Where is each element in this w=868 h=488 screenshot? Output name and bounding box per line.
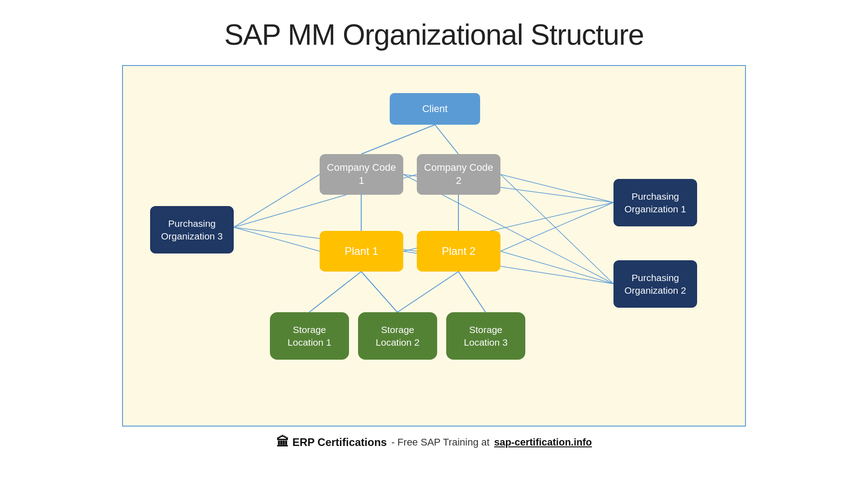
svg-line-13 xyxy=(500,174,613,202)
node-plant-2: Plant 2 xyxy=(417,231,500,272)
svg-line-7 xyxy=(458,272,486,312)
lighthouse-icon: 🏛 xyxy=(276,435,289,450)
page-title: SAP MM Organizational Structure xyxy=(224,18,644,52)
diagram-container: Client Company Code 1 Company Code 2 Pla… xyxy=(122,65,746,427)
svg-line-6 xyxy=(397,272,458,312)
node-company-code-1: Company Code 1 xyxy=(320,154,403,195)
node-purchasing-org-1: Purchasing Organization 1 xyxy=(613,179,697,226)
node-purchasing-org-3: Purchasing Organization 3 xyxy=(150,206,234,253)
svg-line-0 xyxy=(361,125,435,154)
node-plant-1: Plant 1 xyxy=(320,231,403,272)
node-storage-location-1: Storage Location 1 xyxy=(270,312,349,360)
brand: 🏛 ERP Certifications xyxy=(276,435,387,450)
svg-line-4 xyxy=(309,272,361,312)
svg-line-17 xyxy=(500,174,613,284)
svg-line-1 xyxy=(435,125,458,154)
svg-line-15 xyxy=(500,202,613,251)
footer-link[interactable]: sap-certification.info xyxy=(494,436,592,448)
node-storage-location-3: Storage Location 3 xyxy=(446,312,525,360)
svg-line-10 xyxy=(234,227,320,251)
node-storage-location-2: Storage Location 2 xyxy=(358,312,437,360)
footer: 🏛 ERP Certifications - Free SAP Training… xyxy=(276,435,592,450)
node-purchasing-org-2: Purchasing Organization 2 xyxy=(613,260,697,308)
svg-line-5 xyxy=(361,272,397,312)
svg-line-19 xyxy=(500,251,613,284)
node-company-code-2: Company Code 2 xyxy=(417,154,500,195)
svg-line-8 xyxy=(234,174,320,227)
node-client: Client xyxy=(390,93,480,125)
